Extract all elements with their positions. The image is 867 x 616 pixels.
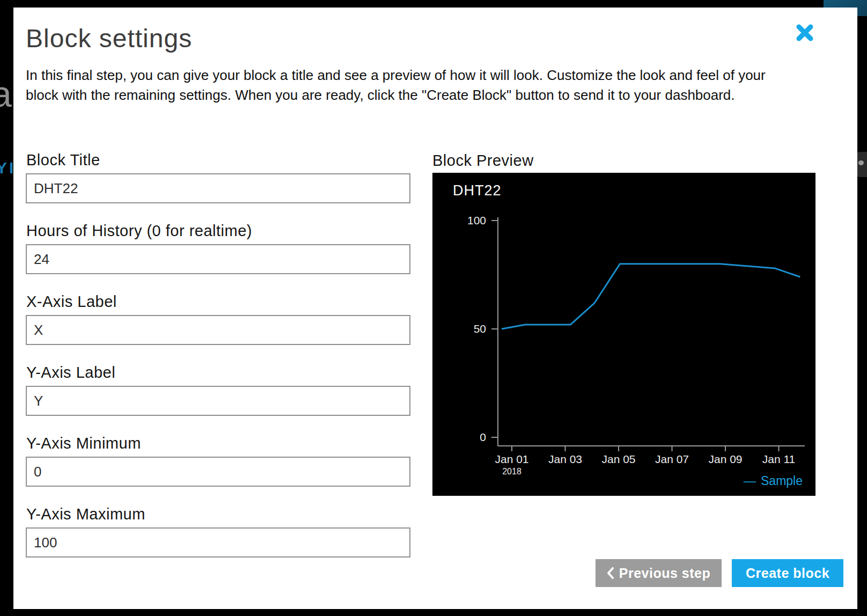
page-title: Block settings xyxy=(26,24,192,53)
create-block-button[interactable]: Create block xyxy=(732,559,843,587)
x-axis-label-label: X-Axis Label xyxy=(26,294,410,310)
svg-text:2018: 2018 xyxy=(502,467,521,476)
svg-text:50: 50 xyxy=(474,322,486,335)
background-scroll-handle xyxy=(856,152,867,177)
previous-step-label: Previous step xyxy=(619,566,710,581)
background-blue-fragment: YI xyxy=(0,159,13,177)
settings-form: Block Title Hours of History (0 for real… xyxy=(26,152,410,577)
y-axis-max-input[interactable] xyxy=(26,527,410,558)
svg-text:Jan 07: Jan 07 xyxy=(655,453,689,465)
svg-text:Jan 03: Jan 03 xyxy=(548,453,582,465)
block-title-label: Block Title xyxy=(26,152,410,168)
preview-label: Block Preview xyxy=(432,152,534,170)
screen: a YI Block settings In this final step, … xyxy=(0,0,867,616)
svg-text:Jan 09: Jan 09 xyxy=(708,453,742,465)
scroll-dot-icon xyxy=(858,160,864,165)
background-letter-fragment: a xyxy=(0,73,12,115)
modal-description: In this final step, you can give your bl… xyxy=(26,65,796,105)
legend-series-name: Sample xyxy=(761,474,803,488)
hours-history-label: Hours of History (0 for realtime) xyxy=(26,223,410,239)
close-button[interactable] xyxy=(796,24,816,44)
create-block-label: Create block xyxy=(746,566,829,581)
svg-text:Jan 11: Jan 11 xyxy=(762,453,796,465)
svg-text:100: 100 xyxy=(467,214,486,226)
y-axis-max-label: Y-Axis Maximum xyxy=(26,506,410,522)
chart-title: DHT22 xyxy=(453,182,502,199)
block-title-input[interactable] xyxy=(26,173,410,203)
chevron-left-icon xyxy=(607,567,614,579)
block-preview-chart: Jan 01Jan 03Jan 05Jan 07Jan 09Jan 112018… xyxy=(432,173,815,496)
y-axis-min-label: Y-Axis Minimum xyxy=(26,435,410,451)
hours-history-input[interactable] xyxy=(26,244,410,274)
legend-line-icon: — xyxy=(744,474,756,488)
y-axis-label-label: Y-Axis Label xyxy=(26,364,410,380)
svg-text:Jan 05: Jan 05 xyxy=(601,453,635,465)
background-left-strip: a YI xyxy=(0,0,13,616)
chart-legend: —Sample xyxy=(744,474,803,488)
x-axis-label-input[interactable] xyxy=(26,315,410,345)
y-axis-min-input[interactable] xyxy=(26,457,410,487)
preview-chart-svg: Jan 01Jan 03Jan 05Jan 07Jan 09Jan 112018… xyxy=(432,173,815,496)
previous-step-button[interactable]: Previous step xyxy=(596,559,722,587)
block-settings-modal: Block settings In this final step, you c… xyxy=(13,8,857,609)
svg-text:Jan 01: Jan 01 xyxy=(495,453,528,465)
svg-text:0: 0 xyxy=(480,431,486,443)
y-axis-label-input[interactable] xyxy=(26,386,410,416)
close-icon xyxy=(796,24,814,42)
